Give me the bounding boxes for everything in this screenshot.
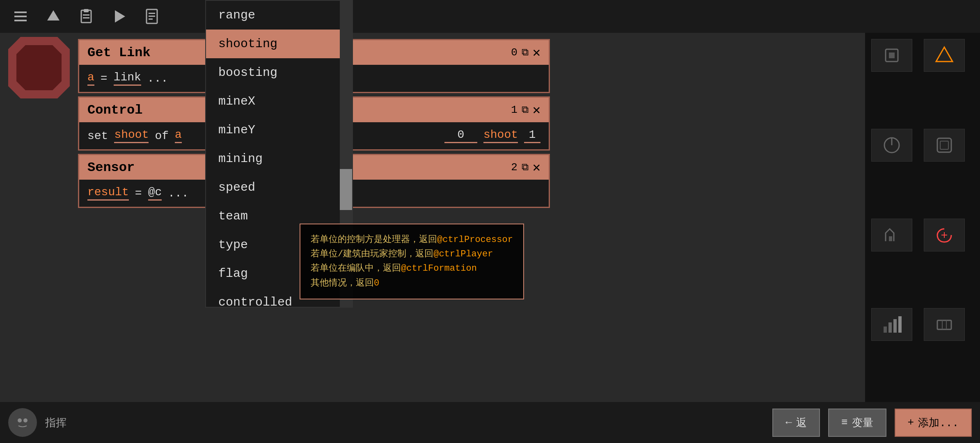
- right-icon-2[interactable]: [924, 39, 965, 72]
- getlink-controls: 0 ⧉ ✕: [511, 44, 540, 61]
- sensor-close-icon[interactable]: ✕: [533, 159, 540, 176]
- dropdown-item-mining[interactable]: mining: [206, 144, 352, 173]
- right-icon-8[interactable]: [924, 308, 965, 341]
- robot-inner: [16, 45, 62, 90]
- getlink-dots: ...: [147, 72, 168, 85]
- control-title: Control: [87, 103, 142, 118]
- tooltip-line-3: 若单位在编队中，返回@ctrlFormation: [311, 261, 513, 276]
- svg-rect-7: [83, 17, 89, 18]
- doc-icon[interactable]: [140, 4, 164, 29]
- back-arrow-icon: ←: [785, 416, 792, 429]
- variable-icon: ≡: [841, 416, 848, 429]
- tooltip-line-2: 若单位/建筑由玩家控制，返回@ctrlPlayer: [311, 247, 513, 261]
- getlink-title: Get Link: [87, 45, 151, 60]
- sensor-dots: ...: [168, 187, 188, 200]
- robot-avatar-bottom: [8, 408, 37, 437]
- bottom-bar: 指挥 ← 返 ≡ 变量 + 添加...: [0, 402, 980, 443]
- svg-rect-1: [14, 16, 27, 17]
- dropdown-item-range[interactable]: range: [206, 1, 352, 30]
- sensor-eq: =: [135, 187, 142, 200]
- control-val1[interactable]: 1: [524, 128, 540, 143]
- svg-rect-0: [14, 11, 27, 13]
- control-var[interactable]: a: [175, 128, 182, 143]
- right-icon-7[interactable]: [871, 308, 912, 341]
- copy-icon[interactable]: ⧉: [522, 47, 529, 58]
- svg-rect-19: [940, 141, 948, 149]
- svg-point-26: [14, 413, 32, 432]
- svg-marker-8: [115, 10, 125, 23]
- back-label: 返: [796, 416, 807, 430]
- getlink-eq: =: [101, 72, 108, 85]
- dropdown-item-speed[interactable]: speed: [206, 173, 352, 202]
- svg-rect-11: [149, 16, 155, 17]
- svg-rect-14: [889, 53, 895, 58]
- scrollbar-thumb[interactable]: [340, 169, 352, 210]
- sensor-at[interactable]: @c: [148, 186, 162, 201]
- list-icon[interactable]: [8, 4, 33, 29]
- close-icon[interactable]: ✕: [533, 44, 540, 61]
- dropdown-label-type: type: [218, 238, 248, 252]
- svg-rect-25: [937, 320, 951, 329]
- play-icon[interactable]: [107, 4, 131, 29]
- dropdown-label-controlled: controlled: [218, 295, 292, 308]
- robot-label: 指挥: [45, 416, 66, 430]
- sensor-title: Sensor: [87, 160, 135, 175]
- control-copy-icon[interactable]: ⧉: [522, 105, 529, 116]
- svg-rect-20: [889, 236, 892, 241]
- control-shoot2[interactable]: shoot: [483, 128, 518, 143]
- dropdown-label-team: team: [218, 209, 248, 223]
- svg-rect-23: [893, 319, 897, 333]
- svg-rect-10: [149, 13, 155, 14]
- right-icon-1[interactable]: [871, 39, 912, 72]
- dropdown-label-mining: mining: [218, 152, 263, 166]
- up-icon[interactable]: [41, 4, 66, 29]
- control-val0[interactable]: 0: [444, 128, 477, 143]
- control-of: of: [155, 130, 169, 142]
- svg-rect-24: [898, 316, 902, 333]
- add-icon: +: [908, 416, 914, 429]
- svg-point-27: [18, 418, 22, 422]
- control-close-icon[interactable]: ✕: [533, 102, 540, 118]
- right-icon-3[interactable]: [871, 129, 912, 162]
- add-button[interactable]: + 添加...: [895, 409, 972, 437]
- svg-marker-15: [936, 47, 953, 62]
- dropdown-label-speed: speed: [218, 180, 255, 194]
- dropdown-label-range: range: [218, 8, 255, 22]
- dropdown-label-flag: flag: [218, 267, 248, 281]
- svg-point-28: [23, 418, 27, 422]
- svg-marker-3: [47, 10, 60, 21]
- svg-rect-6: [83, 14, 89, 16]
- dropdown-item-boosting[interactable]: boosting: [206, 58, 352, 87]
- getlink-badge: 0: [511, 46, 517, 59]
- back-button[interactable]: ← 返: [772, 409, 820, 437]
- svg-rect-2: [14, 20, 27, 21]
- variable-button[interactable]: ≡ 变量: [828, 409, 886, 437]
- sensor-result[interactable]: result: [87, 186, 129, 201]
- svg-rect-21: [884, 327, 887, 333]
- control-controls: 1 ⧉ ✕: [511, 102, 540, 118]
- toolbar: [0, 0, 980, 33]
- control-set: set: [87, 130, 108, 142]
- getlink-var[interactable]: a: [87, 71, 94, 86]
- svg-rect-18: [937, 138, 951, 152]
- right-icons-grid: [865, 33, 980, 402]
- dropdown-item-shooting[interactable]: shooting: [206, 30, 352, 58]
- robot-avatar: [8, 37, 70, 98]
- dropdown-item-miney[interactable]: mineY: [206, 116, 352, 144]
- dropdown-label-minex: mineX: [218, 94, 255, 108]
- right-icon-4[interactable]: [924, 129, 965, 162]
- control-shoot[interactable]: shoot: [114, 128, 149, 143]
- control-badge: 1: [511, 104, 517, 116]
- add-label: 添加...: [918, 416, 959, 430]
- sensor-controls: 2 ⧉ ✕: [511, 159, 540, 176]
- sensor-copy-icon[interactable]: ⧉: [522, 162, 529, 173]
- dropdown-item-minex[interactable]: mineX: [206, 87, 352, 116]
- getlink-link[interactable]: link: [114, 71, 141, 86]
- dropdown-label-boosting: boosting: [218, 66, 277, 80]
- clipboard-icon[interactable]: [74, 4, 98, 29]
- dropdown-label-shooting: shooting: [218, 37, 277, 51]
- svg-rect-12: [149, 18, 153, 20]
- variable-label: 变量: [852, 416, 873, 430]
- right-icon-6[interactable]: [924, 219, 965, 251]
- right-icon-5[interactable]: [871, 219, 912, 251]
